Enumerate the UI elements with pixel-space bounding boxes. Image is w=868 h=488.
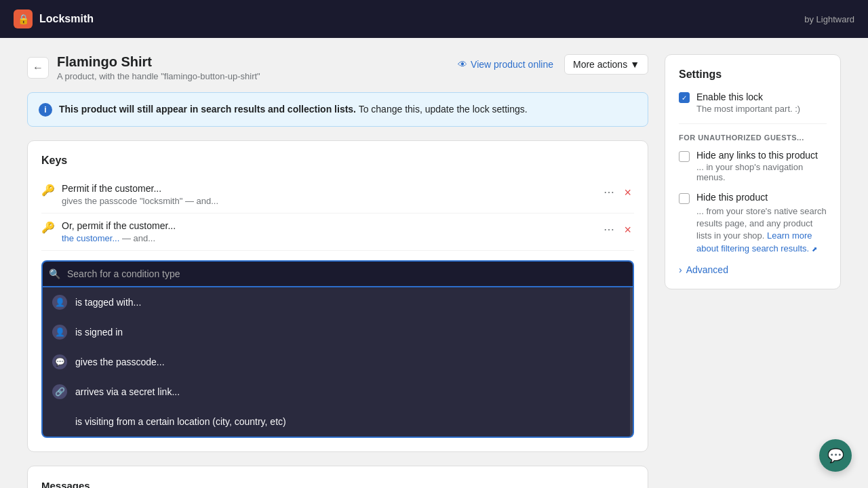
keys-card: Keys 🔑 Permit if the customer... gives t… — [27, 140, 648, 452]
settings-card: Settings ✓ Enable this lock The most imp… — [665, 54, 841, 289]
condition-dropdown: 👤 is tagged with... 👤 is signed in 💬 giv… — [41, 287, 634, 438]
key-item: 🔑 Permit if the customer... gives the pa… — [41, 176, 634, 214]
dropdown-item-tagged[interactable]: 👤 is tagged with... — [43, 287, 633, 317]
dropdown-item-label: arrives via a secret link... — [75, 386, 180, 397]
left-column: ← Flamingo Shirt A product, with the han… — [27, 54, 648, 488]
key-sub-text: gives the passcode "locksmith" — [62, 196, 182, 206]
product-subtitle: A product, with the handle "flamingo-but… — [57, 71, 452, 81]
dropdown-scrollbar — [630, 287, 633, 436]
product-actions: 👁 View product online More actions ▼ — [452, 54, 648, 75]
view-product-label: View product online — [471, 59, 553, 70]
key-menu-button[interactable]: ⋯ — [601, 183, 617, 201]
key-delete-button[interactable]: × — [621, 184, 634, 201]
key-icon: 🔑 — [41, 221, 55, 234]
view-icon: 👁 — [458, 59, 467, 70]
info-rest-text: To change this, update the lock settings… — [359, 104, 528, 115]
settings-title: Settings — [679, 68, 827, 81]
view-product-button[interactable]: 👁 View product online — [452, 55, 559, 74]
header-attribution: by Lightward — [804, 14, 854, 24]
enable-lock-label: Enable this lock — [696, 92, 800, 102]
hide-links-label-group: Hide any links to this product ... in yo… — [696, 150, 827, 182]
user-icon: 👤 — [52, 325, 67, 340]
enable-lock-row: ✓ Enable this lock The most important pa… — [679, 92, 827, 114]
enable-lock-label-group: Enable this lock The most important part… — [696, 92, 800, 114]
chevron-down-icon: ▼ — [630, 59, 639, 70]
hide-links-sub: ... in your shop's navigation menus. — [696, 162, 827, 182]
chat-icon: 💬 — [52, 354, 67, 369]
app-header: 🔒 Locksmith by Lightward — [0, 0, 868, 38]
messages-title: Messages — [41, 480, 634, 488]
hide-links-checkbox[interactable] — [679, 151, 690, 162]
right-column: Settings ✓ Enable this lock The most imp… — [665, 54, 841, 488]
search-dropdown-wrapper: 🔍 👤 is tagged with... 👤 is signed in 💬 g — [41, 260, 634, 438]
hide-links-row: Hide any links to this product ... in yo… — [679, 150, 827, 182]
dropdown-item-signed-in[interactable]: 👤 is signed in — [43, 317, 633, 347]
key-label: Permit if the customer... — [62, 183, 594, 194]
back-button[interactable]: ← — [27, 57, 49, 79]
link-icon: 🔗 — [52, 384, 67, 399]
key-item: 🔑 Or, permit if the customer... the cust… — [41, 214, 634, 251]
product-title: Flamingo Shirt — [57, 54, 452, 70]
key-sub-suffix: — and... — [122, 233, 155, 243]
hide-links-label: Hide any links to this product — [696, 150, 827, 161]
key-sub: gives the passcode "locksmith" — and... — [62, 196, 594, 206]
location-icon — [52, 414, 67, 429]
logo-icon: 🔒 — [18, 14, 29, 24]
more-actions-label: More actions — [573, 59, 627, 70]
app-title: Locksmith — [39, 13, 94, 25]
key-actions: ⋯ × — [601, 183, 634, 201]
info-icon: i — [39, 103, 52, 117]
info-banner: i This product will still appear in sear… — [27, 92, 648, 127]
key-content: Permit if the customer... gives the pass… — [62, 183, 594, 206]
dropdown-item-location[interactable]: is visiting from a certain location (cit… — [43, 407, 633, 436]
info-bold-text: This product will still appear in search… — [59, 104, 356, 115]
chat-button[interactable]: 💬 — [819, 439, 852, 472]
enable-lock-checkbox[interactable]: ✓ — [679, 92, 690, 103]
external-icon: ⬈ — [812, 245, 817, 253]
keys-title: Keys — [41, 155, 634, 167]
dropdown-item-label: is visiting from a certain location (cit… — [75, 416, 286, 427]
key-sub-suffix: — and... — [185, 196, 218, 206]
key-actions: ⋯ × — [601, 220, 634, 239]
condition-search-input[interactable] — [41, 260, 634, 287]
for-guests-label: FOR UNAUTHORIZED GUESTS... — [679, 134, 827, 142]
hide-product-label-group: Hide this product ... from your store's … — [696, 192, 827, 255]
key-delete-button[interactable]: × — [621, 221, 634, 239]
advanced-label: Advanced — [686, 264, 728, 275]
key-icon: 🔑 — [41, 184, 55, 197]
hide-product-sub: ... from your store's native search resu… — [696, 205, 827, 255]
key-content: Or, permit if the customer... the custom… — [62, 220, 594, 243]
key-menu-button[interactable]: ⋯ — [601, 220, 617, 239]
chat-icon: 💬 — [827, 447, 844, 464]
dropdown-item-passcode[interactable]: 💬 gives the passcode... — [43, 347, 633, 377]
advanced-row[interactable]: › Advanced — [679, 264, 827, 275]
enable-lock-sublabel: The most important part. :) — [696, 104, 800, 114]
key-sub-link[interactable]: the customer... — [62, 233, 119, 243]
hide-product-label: Hide this product — [696, 192, 827, 203]
app-logo: 🔒 — [14, 9, 33, 28]
hide-product-row: Hide this product ... from your store's … — [679, 192, 827, 255]
search-input-container: 🔍 — [41, 260, 634, 287]
product-info: Flamingo Shirt A product, with the handl… — [57, 54, 452, 81]
messages-card: Messages Passcode ore default Show HTML … — [27, 466, 648, 488]
dropdown-item-label: is signed in — [75, 327, 123, 338]
dropdown-item-label: gives the passcode... — [75, 357, 165, 367]
chevron-right-icon: › — [679, 264, 682, 275]
header-brand: 🔒 Locksmith — [14, 9, 94, 28]
more-actions-button[interactable]: More actions ▼ — [564, 54, 648, 75]
dropdown-item-label: is tagged with... — [75, 297, 141, 308]
tag-icon: 👤 — [52, 295, 67, 310]
hide-product-checkbox[interactable] — [679, 193, 690, 204]
key-label: Or, permit if the customer... — [62, 220, 594, 231]
key-sub: the customer... — and... — [62, 233, 594, 243]
info-banner-text: This product will still appear in search… — [59, 102, 528, 117]
section-divider — [679, 123, 827, 124]
product-header-row: ← Flamingo Shirt A product, with the han… — [27, 54, 648, 81]
dropdown-item-secret-link[interactable]: 🔗 arrives via a secret link... — [43, 377, 633, 407]
main-layout: ← Flamingo Shirt A product, with the han… — [0, 38, 868, 488]
